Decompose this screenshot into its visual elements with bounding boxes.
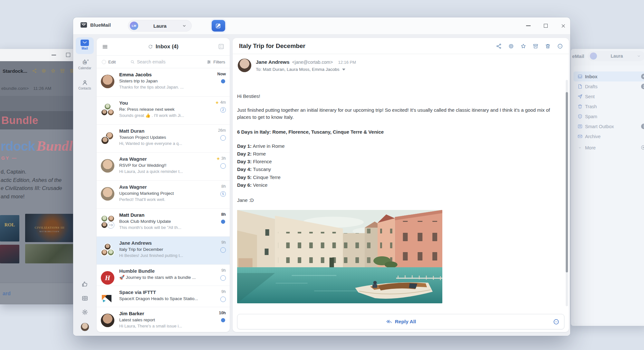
email-row-matt-duran[interactable]: Matt Duran Towson Project Updates Hi, Wa… xyxy=(97,124,230,152)
folder-badge: 2 xyxy=(641,84,644,89)
nav-rail: Mail 19 Calendar Contacts xyxy=(73,34,96,336)
background-window-bluemail[interactable]: eMail Laura Inbox 4 Drafts 2 Sent Trash xyxy=(571,49,644,326)
compose-button[interactable] xyxy=(212,20,225,32)
bundle-banner: Bundle xyxy=(0,111,76,129)
minimize-icon[interactable] xyxy=(52,55,56,55)
unread-dot xyxy=(221,220,225,224)
sidebar-item-spam[interactable]: Spam xyxy=(573,111,644,121)
archive-icon[interactable] xyxy=(533,43,539,49)
window-content: Mail 19 Calendar Contacts xyxy=(73,34,570,336)
avatar-group xyxy=(101,243,114,257)
sender-avatar xyxy=(238,59,251,72)
email-row-jane-andrews-selected[interactable]: Jane Andrews Italy Trip for December Hi … xyxy=(97,236,230,264)
trash-icon[interactable] xyxy=(545,43,551,49)
search-input[interactable] xyxy=(137,59,185,64)
filters-button[interactable]: Filters xyxy=(207,60,225,64)
sender-email: <jane@cortab.com> xyxy=(292,60,333,65)
sidebar-item-trash[interactable]: Trash xyxy=(573,101,644,111)
email-row-space-ifttt[interactable]: Space via IFTTT SpaceX Dragon Heads to S… xyxy=(97,286,230,307)
day-line: Day 2: Rome xyxy=(237,150,559,158)
inbox-icon xyxy=(577,74,583,79)
share-icon xyxy=(32,68,37,73)
more-icon[interactable] xyxy=(553,318,560,325)
folder-title: Inbox (4) xyxy=(156,43,178,50)
sidebar-item-sent[interactable]: Sent xyxy=(573,91,644,101)
scrollbar-thumb[interactable] xyxy=(566,92,568,272)
menu-icon[interactable] xyxy=(102,43,108,50)
unread-dot xyxy=(221,79,225,83)
read-circle xyxy=(220,297,226,302)
feedback-button[interactable] xyxy=(76,281,94,288)
thread-count-badge: 5 xyxy=(220,191,226,197)
recipients-row[interactable]: To: Matt Duran, Laura Moss, Emma Jacobs xyxy=(256,67,562,72)
bundle-logo-text: Bundle xyxy=(36,138,76,154)
sidebar-item-inbox[interactable]: Inbox 4 xyxy=(573,71,644,81)
star-icon[interactable] xyxy=(520,43,526,49)
email-row-emma-jacobs[interactable]: Emma Jacobs Sisters trip to Japan Thanks… xyxy=(97,68,230,96)
trash-icon xyxy=(577,104,583,109)
email-list-panel: Inbox (4) Edit Filters xyxy=(97,38,230,332)
account-switcher[interactable]: Laura xyxy=(588,51,644,61)
sidebar-item-smart-outbox[interactable]: Smart Outbox 7 xyxy=(573,121,644,131)
email-row-humble-bundle[interactable]: H Humble Bundle 🚀 Journey to the stars w… xyxy=(97,264,230,286)
overflow-badge: +3 xyxy=(107,222,114,229)
close-button[interactable] xyxy=(556,17,571,34)
edit-button[interactable]: Edit xyxy=(102,60,116,64)
chevron-down-icon xyxy=(578,146,582,150)
game-covers-grid: ROL CIVILIZATIONS III RETRIBUTION xyxy=(0,206,76,283)
whats-new-button[interactable] xyxy=(76,295,94,302)
email-action-icons[interactable] xyxy=(32,68,74,73)
sender-name: Jane Andrews xyxy=(256,59,290,65)
brand-fragment: eMail xyxy=(572,53,584,59)
search-icon xyxy=(130,60,135,64)
view-mode-icon[interactable] xyxy=(218,43,225,50)
avatar-group xyxy=(101,131,114,145)
minimize-button[interactable] xyxy=(521,17,536,34)
day-line: Day 3: Florence xyxy=(237,158,559,166)
sidebar-item-drafts[interactable]: Drafts 2 xyxy=(573,81,644,91)
email-row-ava-wagner[interactable]: Ava Wagner RSVP for Our Wedding!! Hi Lau… xyxy=(97,152,230,180)
share-icon[interactable] xyxy=(496,43,502,49)
nav-contacts[interactable]: Contacts xyxy=(76,79,94,90)
paragraph: Just finished putting together an initia… xyxy=(237,107,559,121)
email-body-spacer xyxy=(0,96,76,111)
archive-icon xyxy=(60,68,65,73)
user-avatar[interactable] xyxy=(81,323,89,331)
sidebar-item-more[interactable]: More xyxy=(573,143,644,153)
email-row-you[interactable]: You Re: Press release next week Sounds g… xyxy=(97,96,230,124)
avatar xyxy=(101,314,114,327)
contacts-icon xyxy=(82,79,88,86)
search-box[interactable] xyxy=(130,59,185,64)
email-row-ava-wagner-2[interactable]: Ava Wagner Upcoming Marketing Project Pe… xyxy=(97,180,230,208)
nav-calendar[interactable]: 19 Calendar xyxy=(76,59,94,70)
email-row-matt-duran-2[interactable]: +3 Matt Duran Book Club Monthly Update T… xyxy=(97,208,230,236)
email-row-jim-barker[interactable]: Jim Barker Latest sales report Hi Laura,… xyxy=(97,307,230,332)
account-switcher[interactable]: LM Laura xyxy=(128,20,192,32)
star-icon: ★ xyxy=(216,156,220,161)
account-name: Laura xyxy=(138,23,182,29)
sender-block: Jane Andrews <jane@cortab.com> 12:16 PM … xyxy=(238,59,562,79)
email-subject: Stardock... xyxy=(3,68,27,74)
background-window-stardock[interactable]: Stardock... ebundle.com> 11:26 AM Bundle… xyxy=(0,49,76,304)
avatar-group: +3 xyxy=(101,215,114,229)
mark-read-icon[interactable] xyxy=(508,43,514,49)
refresh-icon[interactable] xyxy=(148,44,153,49)
settings-button[interactable] xyxy=(76,309,94,316)
sidebar-item-archive[interactable]: Archive xyxy=(573,131,644,141)
thumbs-up-icon xyxy=(82,281,88,288)
reply-all-button[interactable]: Reply All xyxy=(237,314,564,329)
sent-time: 12:16 PM xyxy=(338,60,356,65)
bluemail-logo-icon xyxy=(80,22,87,28)
humble-bundle-logo: H xyxy=(101,271,114,285)
forward-link-fragment[interactable]: ard xyxy=(3,291,11,297)
itinerary-days: Day 1: Arrive in Rome Day 2: Rome Day 3:… xyxy=(237,142,559,189)
thread-count-badge: 2 xyxy=(220,107,226,113)
background-window-titlebar xyxy=(0,49,76,61)
nav-mail[interactable]: Mail xyxy=(76,37,94,54)
maximize-icon[interactable] xyxy=(66,53,70,57)
outbox-icon xyxy=(577,124,583,129)
maximize-button[interactable] xyxy=(538,17,553,34)
more-icon[interactable] xyxy=(557,43,563,49)
add-folder-icon[interactable] xyxy=(640,145,644,150)
game-cover xyxy=(25,244,74,263)
